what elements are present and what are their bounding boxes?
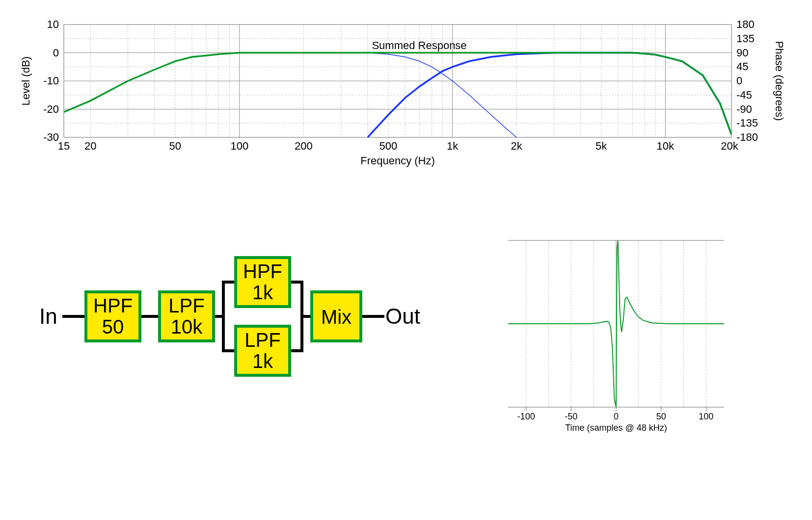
- y-right-tick: -135: [736, 117, 758, 129]
- lpf-10k-block: LPF 10k: [160, 292, 214, 341]
- impulse-x-tick: 50: [656, 412, 666, 421]
- x-tick: 5k: [595, 140, 607, 152]
- svg-text:1k: 1k: [252, 350, 273, 372]
- impulse-x-tick: 100: [699, 412, 713, 421]
- svg-text:HPF: HPF: [243, 260, 282, 282]
- svg-text:LPF: LPF: [168, 295, 204, 316]
- summed-response-annotation: Summed Response: [372, 39, 466, 52]
- x-tick: 100: [230, 140, 248, 152]
- y-right-tick: -90: [736, 103, 752, 115]
- block-diagram: HPF 50 LPF 10k HPF 1k LPF 1k Mix In Out: [0, 231, 432, 407]
- in-label: In: [39, 304, 57, 328]
- y-right-tick: 45: [736, 60, 748, 73]
- y-left-tick: 10: [47, 18, 59, 30]
- summed-response-curve: [64, 53, 731, 135]
- x-tick: 1k: [447, 140, 459, 152]
- y-right-tick: 180: [736, 18, 755, 30]
- mix-block: Mix: [312, 292, 361, 341]
- y-right-tick: 0: [736, 75, 742, 87]
- x-tick: 200: [295, 140, 313, 152]
- x-axis-label: Frequency (Hz): [360, 155, 435, 167]
- x-tick: 15: [58, 140, 70, 152]
- impulse-x-tick: 0: [614, 412, 619, 421]
- impulse-x-tick: -50: [565, 412, 577, 421]
- out-label: Out: [385, 304, 420, 328]
- impulse-response-plot: -100 -50 0 50 100 Time (samples @ 48 kHz…: [469, 226, 744, 446]
- impulse-x-tick: -100: [517, 412, 535, 421]
- impulse-x-axis-label: Time (samples @ 48 kHz): [565, 423, 667, 433]
- y-right-tick: 135: [736, 32, 755, 45]
- y-left-tick: -30: [43, 131, 59, 143]
- hpf-50-block: HPF 50: [86, 292, 140, 341]
- svg-text:Mix: Mix: [321, 306, 352, 328]
- x-tick: 2k: [511, 140, 522, 152]
- svg-text:HPF: HPF: [93, 295, 133, 316]
- svg-text:1k: 1k: [252, 282, 273, 303]
- y-right-axis-label: Phase (degrees): [773, 41, 785, 121]
- y-right-tick: 90: [736, 47, 748, 59]
- x-tick: 500: [379, 140, 398, 152]
- svg-text:50: 50: [102, 316, 124, 338]
- y-left-tick: -20: [43, 103, 59, 115]
- y-right-tick: -180: [736, 131, 758, 143]
- y-right-tick: -45: [736, 89, 752, 101]
- x-tick: 20: [84, 140, 96, 152]
- lpf-1k-block: LPF 1k: [236, 326, 290, 375]
- x-tick: 10k: [657, 140, 675, 152]
- frequency-response-plot: Summed Response 15 20 50 100 200 500 1k …: [0, 0, 812, 177]
- x-tick: 50: [169, 140, 181, 152]
- y-left-axis-label: Level (dB): [20, 56, 32, 105]
- svg-text:10k: 10k: [171, 316, 203, 338]
- svg-text:LPF: LPF: [244, 329, 280, 351]
- y-left-tick: -10: [43, 75, 59, 87]
- y-left-tick: 0: [53, 47, 59, 59]
- hpf-1k-block: HPF 1k: [236, 258, 290, 307]
